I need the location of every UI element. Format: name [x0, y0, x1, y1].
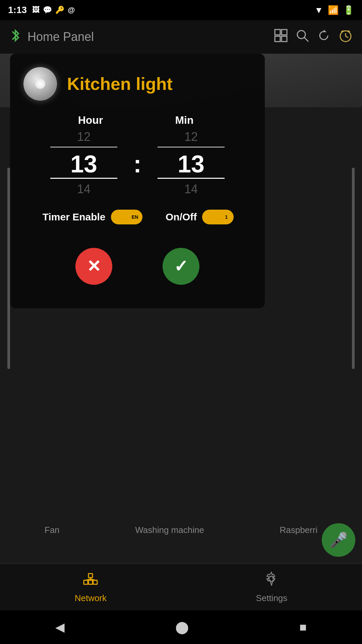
confirm-icon: ✓: [174, 257, 188, 276]
svg-rect-1: [282, 30, 287, 35]
alarm-icon[interactable]: [339, 29, 353, 46]
svg-rect-0: [275, 30, 280, 35]
svg-rect-15: [88, 574, 93, 578]
time-next-row: 14 14: [23, 182, 251, 196]
min-prev[interactable]: 12: [158, 130, 225, 144]
time-prev-row: 12 12: [23, 130, 251, 144]
cancel-button[interactable]: ✕: [75, 248, 112, 285]
light-bulb-icon: [23, 67, 57, 101]
nav-item-network[interactable]: Network: [75, 571, 107, 603]
min-underline-current: [158, 178, 225, 179]
timer-enable-toggle[interactable]: EN: [111, 210, 141, 224]
toggle-row: Timer Enable EN On/Off 1: [23, 210, 251, 224]
svg-marker-6: [324, 30, 326, 32]
time-current-underline: [23, 178, 251, 179]
scroll-right: [352, 168, 355, 369]
bottom-card-raspberry: Raspberri: [280, 525, 317, 535]
bottom-card-fan: Fan: [45, 525, 60, 535]
cancel-icon: ✕: [87, 257, 101, 276]
svg-rect-2: [275, 36, 280, 42]
app-title: Home Panel: [27, 30, 94, 44]
network-icon: [82, 571, 99, 590]
search-icon[interactable]: [296, 29, 309, 45]
toggle-on-thumb[interactable]: 1: [219, 210, 234, 224]
fab-mic-button[interactable]: 🎤: [322, 523, 355, 557]
app-bar: Home Panel: [0, 20, 362, 54]
min-next[interactable]: 14: [158, 182, 225, 196]
recent-button[interactable]: ■: [299, 620, 307, 634]
modal-header: Kitchen light: [23, 67, 251, 101]
status-bar: 1:13 🖼 💬 🔑 @ ▼ 📶 🔋: [0, 0, 362, 20]
status-time: 1:13: [8, 5, 27, 15]
timer-enable-group: Timer Enable EN: [43, 210, 141, 224]
time-current-row: 13 : 13: [23, 150, 251, 178]
min-label: Min: [151, 114, 218, 126]
min-current[interactable]: 13: [158, 150, 225, 178]
photo-icon: 🖼: [32, 6, 40, 14]
message-icon: 💬: [43, 6, 52, 14]
svg-line-5: [304, 38, 308, 42]
battery-icon: 🔋: [343, 5, 354, 15]
bottom-card-washing: Washing machine: [135, 525, 204, 535]
time-divider: [23, 147, 251, 148]
time-colon: :: [131, 150, 144, 178]
home-button[interactable]: ⬤: [175, 620, 189, 634]
toggle-on-text: 1: [225, 214, 228, 220]
bluetooth-icon: [9, 28, 21, 47]
svg-rect-14: [93, 580, 97, 584]
hour-underline-top: [50, 147, 117, 148]
confirm-button[interactable]: ✓: [163, 248, 199, 285]
hour-next[interactable]: 14: [50, 182, 117, 196]
scroll-left: [7, 168, 10, 369]
hour-current[interactable]: 13: [50, 150, 117, 178]
time-labels: Hour Min: [23, 114, 251, 126]
action-buttons: ✕ ✓: [23, 241, 251, 291]
onoff-group: On/Off 1: [166, 210, 232, 224]
bottom-nav: Network Settings: [0, 564, 362, 610]
wifi-icon: ▼: [314, 5, 323, 15]
svg-point-4: [297, 31, 305, 39]
svg-rect-3: [282, 36, 287, 42]
at-icon: @: [68, 6, 75, 14]
svg-rect-13: [84, 580, 88, 584]
nav-item-settings[interactable]: Settings: [256, 571, 287, 603]
modal-dialog: Kitchen light Hour Min 12 12 13 : 13 14 …: [10, 54, 265, 308]
svg-rect-12: [88, 580, 93, 584]
refresh-icon[interactable]: [317, 29, 330, 45]
network-label: Network: [75, 593, 107, 603]
timer-enable-label: Timer Enable: [43, 211, 106, 223]
svg-line-9: [346, 36, 348, 38]
hour-underline-current: [50, 178, 117, 179]
key-icon: 🔑: [55, 6, 64, 14]
settings-icon: [263, 571, 280, 590]
onoff-label: On/Off: [166, 211, 197, 223]
hour-label: Hour: [57, 114, 124, 126]
back-button[interactable]: ◀: [55, 620, 65, 634]
bottom-cards: Fan Washing machine Raspberri: [0, 500, 362, 560]
mic-icon: 🎤: [329, 531, 348, 549]
system-nav: ◀ ⬤ ■: [0, 610, 362, 644]
signal-icon: 📶: [328, 5, 339, 15]
toggle-en-text: EN: [132, 214, 138, 220]
modal-title: Kitchen light: [67, 74, 173, 94]
min-underline-top: [158, 147, 225, 148]
grid-icon[interactable]: [274, 29, 288, 45]
onoff-toggle[interactable]: 1: [202, 210, 232, 224]
hour-prev[interactable]: 12: [50, 130, 117, 144]
settings-label: Settings: [256, 593, 287, 603]
toggle-en-thumb[interactable]: EN: [128, 210, 142, 224]
